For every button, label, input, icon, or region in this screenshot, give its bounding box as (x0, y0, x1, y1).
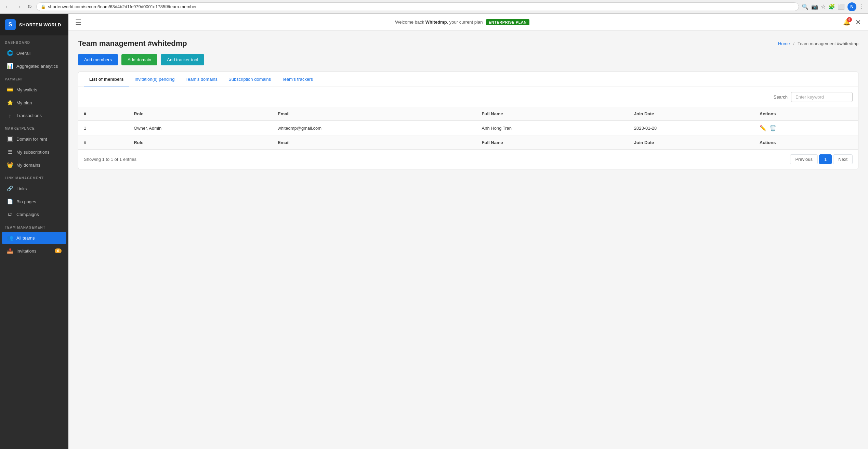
address-bar[interactable]: 🔒 shortenworld.com/secure/team/63d4b2d1f… (36, 2, 799, 11)
sidebar-item-links[interactable]: 🔗 Links (2, 182, 66, 195)
logo-box: S (5, 19, 16, 30)
tab-teams-trackers[interactable]: Team's trackers (276, 72, 318, 87)
sidebar-item-domain-for-rent[interactable]: 🔲 Domain for rent (2, 133, 66, 145)
header-welcome: Welcome back Whitedmp, your current plan… (395, 20, 529, 25)
sidebar-logo: S SHORTEN WORLD (0, 14, 68, 36)
top-header: ☰ Welcome back Whitedmp, your current pl… (68, 14, 868, 31)
invitations-badge: 0 (55, 248, 62, 253)
table-footer-header-row: # Role Email Full Name Join Date Actions (78, 136, 858, 150)
sidebar-item-overall[interactable]: 🌐 Overall (2, 47, 66, 59)
table-header-row: # Role Email Full Name Join Date Actions (78, 107, 858, 121)
page-body: Team management #whitedmp Home / Team ma… (68, 31, 868, 449)
add-tracker-tool-button[interactable]: Add tracker tool (161, 54, 204, 65)
invitations-icon: 📤 (7, 248, 13, 254)
col-role: Role (128, 107, 272, 121)
wallet-icon: 💳 (7, 87, 13, 93)
forward-button[interactable]: → (14, 3, 23, 11)
notification-button[interactable]: 🔔 6 (843, 18, 851, 26)
sidebar-item-my-plan[interactable]: ⭐ My plan (2, 97, 66, 109)
main-content: ☰ Welcome back Whitedmp, your current pl… (68, 14, 868, 449)
next-button[interactable]: Next (833, 154, 853, 164)
delete-member-button[interactable]: 🗑️ (770, 125, 776, 131)
section-dashboard: DASHBOARD (0, 36, 68, 47)
section-marketplace: MARKETPLACE (0, 122, 68, 132)
close-button[interactable]: ✕ (855, 18, 861, 26)
domains-icon: 👑 (7, 162, 13, 168)
search-label: Search (774, 94, 788, 100)
table-row: 1 Owner, Admin whitedmp@gmail.com Anh Ho… (78, 121, 858, 136)
enterprise-plan-badge: ENTERPRISE PLAN (486, 19, 529, 25)
edit-member-button[interactable]: ✏️ (760, 125, 766, 131)
browser-actions: 🔍 📷 ☆ 🧩 ⬜ N ⋮ (802, 2, 865, 11)
menu-btn[interactable]: ⋮ (859, 3, 865, 10)
sidebar: S SHORTEN WORLD DASHBOARD 🌐 Overall 📊 Ag… (0, 14, 68, 449)
col-fullname-bottom: Full Name (476, 136, 629, 150)
breadcrumb-current: Team management #whitedmp (798, 41, 858, 46)
tab-bar: List of members Invitation(s) pending Te… (78, 72, 858, 87)
all-teams-icon: 👥 (7, 235, 13, 241)
sidebar-item-invitations[interactable]: 📤 Invitations 0 (2, 245, 66, 257)
col-number-bottom: # (78, 136, 128, 150)
cell-email: whitedmp@gmail.com (272, 121, 476, 136)
logo-text: SHORTEN WORLD (19, 22, 61, 27)
tab-invitations-pending[interactable]: Invitation(s) pending (129, 72, 180, 87)
sidebar-item-bio-pages[interactable]: 📄 Bio pages (2, 195, 66, 208)
sidebar-item-my-subscriptions[interactable]: ☰ My subscriptions (2, 146, 66, 158)
sidebar-item-campaigns[interactable]: 🗂 Campaigns (2, 208, 66, 220)
col-joindate-bottom: Join Date (629, 136, 754, 150)
page-1-button[interactable]: 1 (819, 154, 832, 164)
breadcrumb: Home / Team management #whitedmp (778, 41, 858, 46)
breadcrumb-home[interactable]: Home (778, 41, 790, 46)
bio-pages-icon: 📄 (7, 198, 13, 205)
cell-joindate: 2023-01-28 (629, 121, 754, 136)
subscriptions-icon: ☰ (7, 149, 13, 155)
campaigns-icon: 🗂 (7, 211, 13, 217)
col-actions-bottom: Actions (754, 136, 858, 150)
sidebar-item-transactions[interactable]: ↕ Transactions (2, 110, 66, 121)
showing-text: Showing 1 to 1 of 1 entries (84, 157, 136, 162)
browser-chrome: ← → ↻ 🔒 shortenworld.com/secure/team/63d… (0, 0, 868, 14)
tab-list-of-members[interactable]: List of members (84, 72, 129, 87)
screenshot-btn[interactable]: 📷 (811, 3, 818, 10)
section-link-management: LINK MANAGEMENT (0, 171, 68, 182)
col-actions: Actions (754, 107, 858, 121)
reload-button[interactable]: ↻ (25, 3, 34, 11)
section-team-management: TEAM MANAGEMENT (0, 221, 68, 231)
plan-icon: ⭐ (7, 100, 13, 106)
pagination: Previous 1 Next (790, 154, 853, 164)
extensions-btn[interactable]: 🧩 (828, 3, 835, 10)
members-table: # Role Email Full Name Join Date Actions… (78, 107, 858, 150)
members-card: List of members Invitation(s) pending Te… (78, 72, 858, 169)
profile-avatar[interactable]: N (847, 2, 856, 11)
search-browser-btn[interactable]: 🔍 (802, 3, 808, 10)
search-row: Search (78, 87, 858, 107)
sidebar-item-aggregated-analytics[interactable]: 📊 Aggregated analytics (2, 60, 66, 72)
add-domain-button[interactable]: Add domain (121, 54, 157, 65)
col-email: Email (272, 107, 476, 121)
col-number: # (78, 107, 128, 121)
links-icon: 🔗 (7, 185, 13, 192)
bookmark-btn[interactable]: ☆ (821, 3, 826, 10)
sidebar-item-my-wallets[interactable]: 💳 My wallets (2, 84, 66, 96)
search-input[interactable] (791, 92, 853, 102)
url-text: shortenworld.com/secure/team/63d4b2d1fe9… (48, 4, 197, 9)
transactions-icon: ↕ (7, 113, 13, 118)
previous-button[interactable]: Previous (790, 154, 818, 164)
tab-btn[interactable]: ⬜ (838, 3, 845, 10)
cell-fullname: Anh Hong Tran (476, 121, 629, 136)
add-members-button[interactable]: Add members (78, 54, 118, 65)
sidebar-item-all-teams[interactable]: 👥 All teams (2, 232, 66, 244)
col-role-bottom: Role (128, 136, 272, 150)
header-right: 🔔 6 ✕ (843, 18, 861, 26)
action-buttons: Add members Add domain Add tracker tool (78, 54, 858, 65)
page-header-row: Team management #whitedmp Home / Team ma… (78, 39, 858, 48)
back-button[interactable]: ← (3, 3, 12, 11)
notification-badge: 6 (847, 17, 852, 22)
domain-rent-icon: 🔲 (7, 136, 13, 142)
sidebar-item-my-domains[interactable]: 👑 My domains (2, 159, 66, 171)
tab-subscription-domains[interactable]: Subscription domains (223, 72, 276, 87)
tab-teams-domains[interactable]: Team's domains (180, 72, 223, 87)
hamburger-button[interactable]: ☰ (75, 18, 81, 26)
overall-icon: 🌐 (7, 50, 13, 56)
cell-role: Owner, Admin (128, 121, 272, 136)
